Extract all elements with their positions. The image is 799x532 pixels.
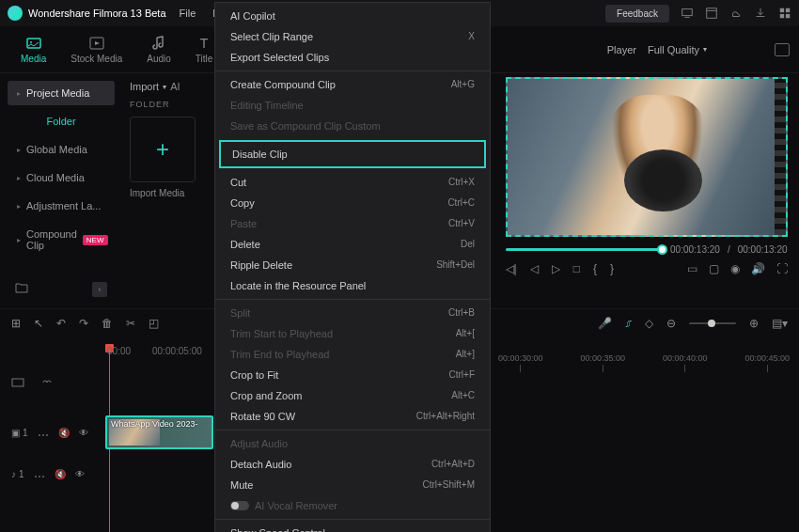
video-clip[interactable]: WhatsApp Video 2023- [105, 415, 213, 449]
zoom-in-icon[interactable]: ⊕ [749, 317, 759, 330]
stop-icon[interactable]: □ [573, 262, 580, 275]
volume-icon[interactable]: 🔊 [751, 262, 765, 275]
ctx-export-selected[interactable]: Export Selected Clips [215, 47, 490, 68]
prev-icon[interactable]: ◁| [506, 262, 517, 275]
compare-icon[interactable]: ▭ [687, 262, 697, 275]
ctx-select-range[interactable]: Select Clip RangeX [215, 26, 490, 47]
svg-rect-5 [786, 14, 790, 18]
logo-icon [8, 6, 23, 21]
library-icon[interactable] [705, 7, 718, 20]
svg-rect-2 [780, 8, 784, 12]
delete-tool-icon[interactable]: 🗑 [102, 317, 113, 330]
svg-point-7 [30, 41, 32, 43]
mixer-icon[interactable]: ⎎ [625, 317, 632, 330]
tab-audio[interactable]: Audio [135, 31, 182, 68]
tab-stock-media[interactable]: Stock Media [59, 31, 133, 68]
redo-icon[interactable]: ↷ [79, 317, 88, 330]
zoom-out-icon[interactable]: ⊖ [666, 317, 676, 330]
cloud-icon[interactable] [729, 7, 743, 20]
sidebar-adjustment-layer[interactable]: ▸Adjustment La... [8, 194, 115, 218]
cut-tool-icon[interactable]: ✂ [126, 317, 135, 330]
ctx-locate[interactable]: Locate in the Resource Panel [215, 275, 490, 296]
fullscreen-icon[interactable]: ⛶ [776, 262, 788, 275]
mark-in-icon[interactable]: { [593, 262, 597, 275]
track-menu-icon[interactable] [38, 428, 49, 438]
menu-file[interactable]: File [180, 8, 196, 19]
mute-icon[interactable]: 🔇 [58, 428, 70, 438]
pointer-tool-icon[interactable]: ↖ [34, 317, 43, 330]
folder-header: FOLDER [130, 100, 204, 109]
mute-audio-icon[interactable]: 🔇 [55, 469, 66, 479]
visibility-icon[interactable]: 👁 [79, 428, 88, 438]
ctx-crop-zoom[interactable]: Crop and ZoomAlt+C [215, 385, 490, 406]
import-media-tile[interactable]: + [130, 117, 196, 182]
ctx-ai-copilot[interactable]: AI Copilot [215, 6, 490, 26]
collapse-sidebar-button[interactable]: ‹ [92, 282, 107, 297]
view-menu-icon[interactable]: ▤▾ [772, 317, 788, 330]
play-back-icon[interactable]: ◁ [530, 262, 539, 275]
grid-icon[interactable] [778, 7, 791, 20]
toggle-switch [230, 501, 249, 510]
svg-rect-4 [780, 14, 784, 18]
svg-rect-1 [707, 8, 717, 19]
monitor-icon[interactable] [681, 7, 694, 20]
feedback-button[interactable]: Feedback [605, 5, 669, 23]
progress-bar[interactable] [506, 248, 664, 251]
grid-tool-icon[interactable]: ⊞ [11, 317, 21, 330]
play-icon[interactable]: ▷ [552, 262, 560, 275]
undo-icon[interactable]: ↶ [56, 317, 66, 330]
preview-frame[interactable] [506, 77, 788, 237]
ctx-mute[interactable]: MuteCtrl+Shift+M [215, 475, 490, 495]
sidebar-cloud-media[interactable]: ▸Cloud Media [8, 165, 115, 190]
ctx-disable-clip[interactable]: Disable Clip [219, 140, 486, 168]
sidebar-folder[interactable]: Folder [8, 109, 115, 133]
ctx-create-compound[interactable]: Create Compound ClipAlt+G [215, 74, 490, 95]
stock-icon [88, 35, 105, 52]
context-menu: AI Copilot Select Clip RangeX Export Sel… [214, 2, 491, 532]
ctx-rotate[interactable]: Rotate 90 CWCtrl+Alt+Right [215, 406, 490, 427]
ctx-ripple-delete[interactable]: Ripple DeleteShift+Del [215, 255, 490, 275]
app-title: Wondershare Filmora 13 Beta [28, 8, 166, 19]
keyframe-icon[interactable]: ◇ [645, 317, 653, 330]
audio-icon [150, 35, 167, 52]
snapshot-icon[interactable] [775, 43, 790, 56]
svg-rect-3 [786, 8, 790, 12]
sidebar-global-media[interactable]: ▸Global Media [8, 137, 115, 162]
sidebar: ▸Project Media Folder ▸Global Media ▸Clo… [0, 73, 122, 308]
track-media-icon[interactable] [11, 377, 24, 388]
project-media-button[interactable]: ▸Project Media [8, 81, 115, 105]
download-icon[interactable] [754, 7, 767, 20]
sidebar-compound-clip[interactable]: ▸Compound ClipNEW [8, 222, 115, 258]
ctx-cut[interactable]: CutCtrl+X [215, 172, 490, 193]
ctx-crop-fit[interactable]: Crop to FitCtrl+F [215, 365, 490, 385]
ctx-trim-start: Trim Start to PlayheadAlt+[ [215, 323, 490, 344]
ctx-speed-control[interactable]: Show Speed Control [215, 523, 490, 532]
solo-icon[interactable]: 👁 [75, 469, 85, 479]
chevron-down-icon: ▾ [703, 45, 707, 54]
camera-icon[interactable]: ◉ [730, 262, 740, 275]
media-panel: Import ▾ AI FOLDER + Import Media [122, 73, 212, 308]
player-label: Player [607, 44, 636, 55]
ctx-vocal-remover: AI Vocal Remover [215, 495, 490, 516]
ctx-delete[interactable]: DeleteDel [215, 234, 490, 255]
import-button[interactable]: Import ▾ [130, 81, 166, 92]
tab-media[interactable]: Media [9, 31, 57, 68]
ctx-copy[interactable]: CopyCtrl+C [215, 193, 490, 213]
voice-icon[interactable]: 🎤 [598, 317, 612, 330]
quality-dropdown[interactable]: Full Quality ▾ [648, 44, 707, 55]
new-folder-icon[interactable] [15, 282, 28, 293]
track-menu-icon[interactable] [34, 469, 45, 479]
svg-rect-0 [682, 9, 693, 16]
ctx-detach-audio[interactable]: Detach AudioCtrl+Alt+D [215, 454, 490, 475]
zoom-slider[interactable] [689, 322, 736, 324]
crop-tool-icon[interactable]: ◰ [149, 317, 159, 330]
ai-button[interactable]: AI [170, 81, 180, 92]
mark-out-icon[interactable]: } [610, 262, 614, 275]
play-controls: ◁| ◁ ▷ □ { } ▭ ▢ ◉ 🔊 ⛶ [506, 262, 788, 275]
ctx-split: SplitCtrl+B [215, 303, 490, 323]
import-media-label: Import Media [130, 188, 204, 198]
video-track-label: ▣ 1 [11, 428, 28, 438]
display-icon[interactable]: ▢ [709, 262, 719, 275]
link-icon[interactable] [39, 377, 53, 388]
progress-thumb[interactable] [657, 244, 667, 255]
